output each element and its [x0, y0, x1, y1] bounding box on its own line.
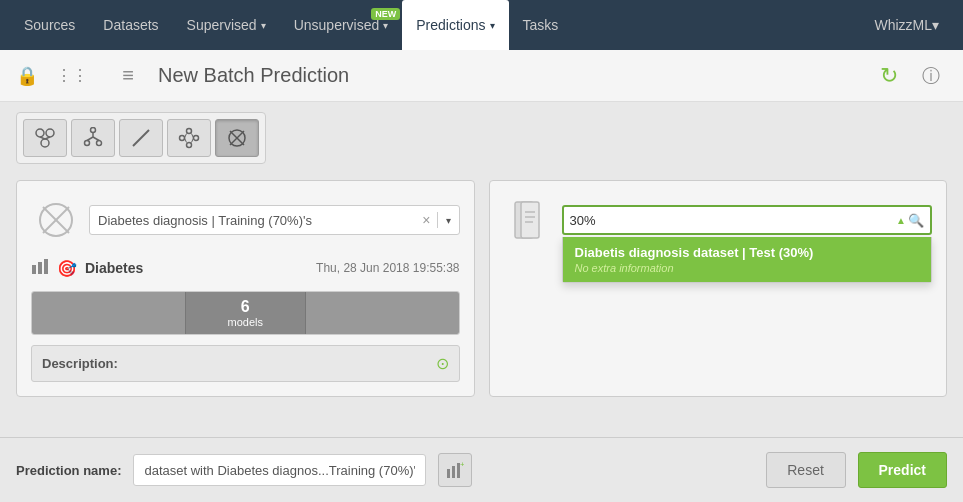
svg-point-0 [36, 129, 44, 137]
page-type-icon: ≡ [110, 58, 146, 94]
model-tab-linear[interactable] [119, 119, 163, 157]
svg-line-4 [45, 137, 50, 139]
model-tab-ensemble[interactable] [23, 119, 67, 157]
dataset-search-wrapper: ▲ 🔍 Diabetis diagnosis dataset | Test (3… [562, 205, 933, 235]
prediction-name-label: Prediction name: [16, 463, 121, 478]
nav-item-supervised[interactable]: Supervised ▾ [173, 0, 280, 50]
nav-item-predictions[interactable]: Predictions ▾ [402, 0, 508, 50]
unsupervised-caret: ▾ [383, 20, 388, 31]
predict-button[interactable]: Predict [858, 452, 947, 488]
svg-point-14 [187, 143, 192, 148]
description-label: Description: [42, 356, 118, 371]
description-row[interactable]: Description: ⊙ [31, 345, 460, 382]
nav-item-datasets[interactable]: Datasets [89, 0, 172, 50]
description-toggle-icon[interactable]: ⊙ [436, 354, 449, 373]
model-type-icon-left [31, 195, 81, 245]
svg-point-2 [41, 139, 49, 147]
svg-line-16 [185, 134, 187, 139]
model-select-wrapper: × ▾ [89, 205, 460, 235]
dataset-search-input[interactable] [570, 213, 895, 228]
model-selector-row: × ▾ [31, 195, 460, 245]
nav-user[interactable]: WhizzML ▾ [860, 0, 953, 50]
model-stats-bar: 6 models [31, 291, 460, 335]
bottom-bar: Prediction name: + Reset Predict [0, 437, 963, 502]
page-title-bar: 🔒 ⋮⋮ ≡ New Batch Prediction ↻ ⓘ [0, 50, 963, 102]
model-date: Thu, 28 Jun 2018 19:55:38 [151, 261, 459, 275]
model-tab-anomaly[interactable] [215, 119, 259, 157]
nav-label-tasks: Tasks [523, 17, 559, 33]
model-target-icon: 🎯 [57, 259, 77, 278]
new-badge: NEW [371, 8, 400, 20]
model-stat-left [32, 292, 186, 334]
svg-rect-27 [38, 262, 42, 274]
svg-point-13 [187, 129, 192, 134]
predictions-caret: ▾ [490, 20, 495, 31]
panels-row: × ▾ 🎯 Diabetes Thu, 28 Jun 2018 19:55:38 [16, 180, 947, 397]
nav-label-datasets: Datasets [103, 17, 158, 33]
svg-rect-30 [521, 202, 539, 238]
model-info-row: 🎯 Diabetes Thu, 28 Jun 2018 19:55:38 [31, 255, 460, 281]
prediction-name-input[interactable] [133, 454, 425, 486]
models-count: 6 [196, 298, 295, 316]
svg-line-17 [185, 138, 187, 143]
dataset-search-box: ▲ 🔍 [562, 205, 933, 235]
search-icon: 🔍 [908, 213, 924, 228]
svg-text:+: + [460, 461, 464, 469]
svg-rect-34 [447, 469, 450, 478]
page-actions: ↻ ⓘ [873, 60, 947, 92]
nav-user-label: WhizzML [874, 17, 932, 33]
content-area: × ▾ 🎯 Diabetes Thu, 28 Jun 2018 19:55:38 [0, 164, 963, 413]
search-dropdown: Diabetis diagnosis dataset | Test (30%) … [562, 237, 933, 283]
dataset-selector-row: ▲ 🔍 Diabetis diagnosis dataset | Test (3… [504, 195, 933, 245]
nav-label-unsupervised: Unsupervised [294, 17, 380, 33]
svg-point-7 [97, 141, 102, 146]
svg-line-18 [192, 134, 194, 139]
left-panel: × ▾ 🎯 Diabetes Thu, 28 Jun 2018 19:55:38 [16, 180, 475, 397]
supervised-caret: ▾ [261, 20, 266, 31]
model-select-arrow-button[interactable]: ▾ [438, 215, 459, 226]
dropdown-item-title: Diabetis diagnosis dataset | Test (30%) [575, 245, 920, 260]
models-label: models [196, 316, 295, 328]
dropdown-item-subtitle: No extra information [575, 262, 920, 274]
model-tab-tree[interactable] [71, 119, 115, 157]
svg-point-15 [194, 136, 199, 141]
svg-point-12 [180, 136, 185, 141]
page-title: New Batch Prediction [158, 64, 349, 87]
model-name: Diabetes [85, 260, 143, 276]
top-navigation: Sources Datasets Supervised ▾ Unsupervis… [0, 0, 963, 50]
model-stat-center: 6 models [186, 292, 306, 334]
nav-item-sources[interactable]: Sources [10, 0, 89, 50]
stats-icon-button[interactable]: + [438, 453, 472, 487]
tree-icon: ⋮⋮ [56, 66, 88, 85]
refresh-button[interactable]: ↻ [873, 60, 905, 92]
model-select-clear-button[interactable]: × [416, 212, 437, 228]
svg-line-3 [40, 137, 45, 139]
svg-line-19 [192, 138, 194, 143]
svg-line-9 [87, 137, 93, 141]
model-type-tabs [16, 112, 266, 164]
nav-item-tasks[interactable]: Tasks [509, 0, 573, 50]
nav-label-sources: Sources [24, 17, 75, 33]
svg-line-10 [93, 137, 99, 141]
model-bar-icon [31, 257, 49, 279]
svg-point-1 [46, 129, 54, 137]
dataset-search-arrow[interactable]: ▲ [894, 215, 908, 226]
lock-icon: 🔒 [16, 65, 38, 87]
model-select-input[interactable] [90, 213, 416, 228]
info-button[interactable]: ⓘ [915, 60, 947, 92]
model-tab-network[interactable] [167, 119, 211, 157]
right-panel: ▲ 🔍 Diabetis diagnosis dataset | Test (3… [489, 180, 948, 397]
svg-point-6 [85, 141, 90, 146]
dataset-icon [504, 195, 554, 245]
user-caret: ▾ [932, 17, 939, 33]
dropdown-item[interactable]: Diabetis diagnosis dataset | Test (30%) … [563, 237, 932, 282]
nav-label-supervised: Supervised [187, 17, 257, 33]
svg-line-11 [133, 130, 149, 146]
model-stat-right [306, 292, 459, 334]
nav-item-unsupervised[interactable]: Unsupervised ▾ NEW [280, 0, 403, 50]
nav-label-predictions: Predictions [416, 17, 485, 33]
reset-button[interactable]: Reset [766, 452, 846, 488]
svg-rect-26 [32, 265, 36, 274]
svg-point-5 [91, 128, 96, 133]
svg-rect-28 [44, 259, 48, 274]
